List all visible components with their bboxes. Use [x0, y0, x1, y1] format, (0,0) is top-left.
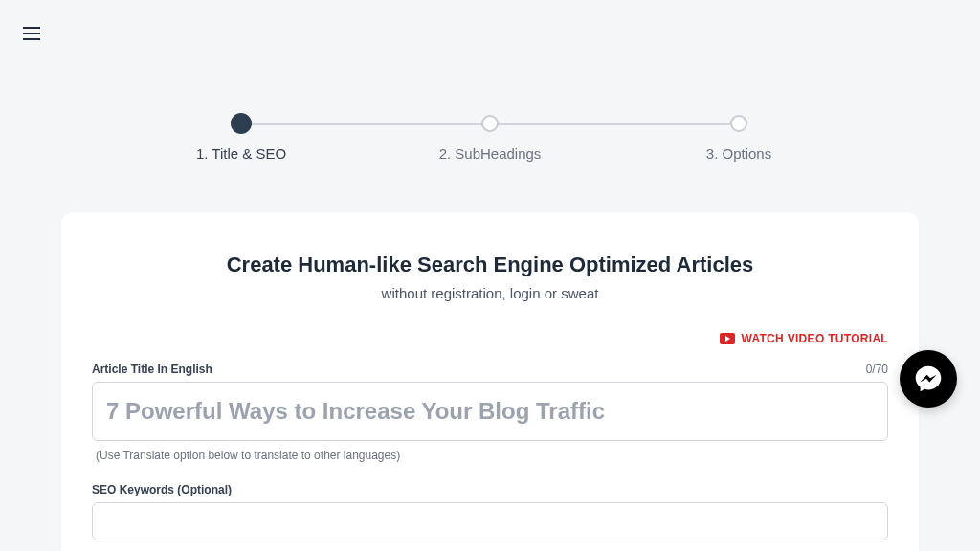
- seo-keywords-label: SEO Keywords (Optional): [92, 483, 232, 496]
- page-title: Create Human-like Search Engine Optimize…: [92, 253, 888, 277]
- watch-video-tutorial-label: WATCH VIDEO TUTORIAL: [741, 332, 888, 345]
- seo-keywords-input[interactable]: [92, 502, 888, 540]
- step-label: 3. Options: [706, 145, 771, 162]
- page-subtitle: without registration, login or sweat: [92, 285, 888, 301]
- messenger-chat-button[interactable]: [900, 350, 957, 408]
- stepper: 1. Title & SEO 2. SubHeadings 3. Options: [184, 115, 796, 162]
- step-1[interactable]: 1. Title & SEO: [184, 115, 299, 162]
- step-dot: [730, 115, 747, 132]
- main-card: Create Human-like Search Engine Optimize…: [61, 212, 919, 551]
- step-dot: [481, 115, 499, 132]
- step-label: 1. Title & SEO: [196, 145, 286, 162]
- article-title-input[interactable]: [92, 382, 888, 441]
- hamburger-menu-button[interactable]: [23, 27, 40, 40]
- youtube-icon: [720, 333, 735, 344]
- article-title-counter: 0/70: [866, 363, 888, 376]
- step-3[interactable]: 3. Options: [681, 115, 796, 162]
- article-title-helper: (Use Translate option below to translate…: [96, 449, 888, 462]
- step-dot-active: [231, 113, 252, 134]
- watch-video-tutorial-link[interactable]: WATCH VIDEO TUTORIAL: [720, 332, 888, 345]
- messenger-icon: [913, 364, 944, 394]
- article-title-label: Article Title In English: [92, 363, 212, 376]
- step-label: 2. SubHeadings: [439, 145, 542, 162]
- step-2[interactable]: 2. SubHeadings: [433, 115, 547, 162]
